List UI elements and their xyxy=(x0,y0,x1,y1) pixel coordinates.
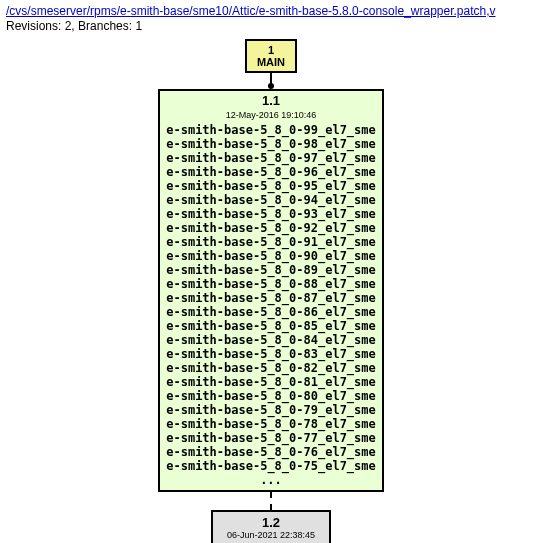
revision-tag: e-smith-base-5_8_0-89_el7_sme xyxy=(166,263,376,277)
revision-tag: e-smith-base-5_8_0-87_el7_sme xyxy=(166,291,376,305)
revision-tag: e-smith-base-5_8_0-90_el7_sme xyxy=(166,249,376,263)
file-path[interactable]: /cvs/smeserver/rpms/e-smith-base/sme10/A… xyxy=(6,4,536,18)
revision-tag: e-smith-base-5_8_0-80_el7_sme xyxy=(166,389,376,403)
revision-tag: e-smith-base-5_8_0-91_el7_sme xyxy=(166,235,376,249)
revision-tag: e-smith-base-5_8_0-78_el7_sme xyxy=(166,417,376,431)
revision-tag: e-smith-base-5_8_0-85_el7_sme xyxy=(166,319,376,333)
revision-tag: e-smith-base-5_8_0-75_el7_sme xyxy=(166,459,376,473)
revision-tag: e-smith-base-5_8_0-92_el7_sme xyxy=(166,221,376,235)
revision-tag: e-smith-base-5_8_0-77_el7_sme xyxy=(166,431,376,445)
revision-graph: 1 MAIN 1.1 12-May-2016 19:10:46 e-smith-… xyxy=(6,39,536,543)
revision-tag: e-smith-base-5_8_0-76_el7_sme xyxy=(166,445,376,459)
revision-date: 12-May-2016 19:10:46 xyxy=(166,108,376,122)
revision-date: 06-Jun-2021 22:38:45 xyxy=(227,530,315,540)
revision-tag: e-smith-base-5_8_0-81_el7_sme xyxy=(166,375,376,389)
revision-tag: e-smith-base-5_8_0-94_el7_sme xyxy=(166,193,376,207)
branch-label: MAIN xyxy=(257,56,285,68)
edge xyxy=(268,73,274,89)
revision-tag: e-smith-base-5_8_0-86_el7_sme xyxy=(166,305,376,319)
branch-node-main[interactable]: 1 MAIN xyxy=(245,39,297,73)
revision-tag: e-smith-base-5_8_0-83_el7_sme xyxy=(166,347,376,361)
revision-number: 1.1 xyxy=(166,94,376,108)
revision-tag: e-smith-base-5_8_0-84_el7_sme xyxy=(166,333,376,347)
revision-tag: e-smith-base-5_8_0-99_el7_sme xyxy=(166,123,376,137)
revision-tag: e-smith-base-5_8_0-98_el7_sme xyxy=(166,137,376,151)
branch-number: 1 xyxy=(257,44,285,56)
revision-node-1.2[interactable]: 1.2 06-Jun-2021 22:38:45 HEAD xyxy=(211,510,331,543)
revision-tag: e-smith-base-5_8_0-93_el7_sme xyxy=(166,207,376,221)
revision-tag: e-smith-base-5_8_0-97_el7_sme xyxy=(166,151,376,165)
revision-tag: e-smith-base-5_8_0-95_el7_sme xyxy=(166,179,376,193)
revision-tag: e-smith-base-5_8_0-88_el7_sme xyxy=(166,277,376,291)
revision-tag: e-smith-base-5_8_0-79_el7_sme xyxy=(166,403,376,417)
revision-tag: e-smith-base-5_8_0-96_el7_sme xyxy=(166,165,376,179)
revision-number: 1.2 xyxy=(227,515,315,530)
dashed-edge xyxy=(270,492,272,510)
revision-node-1.1[interactable]: 1.1 12-May-2016 19:10:46 e-smith-base-5_… xyxy=(158,89,384,492)
revision-summary: Revisions: 2, Branches: 1 xyxy=(6,19,536,33)
revision-tag: e-smith-base-5_8_0-82_el7_sme xyxy=(166,361,376,375)
tags-ellipsis: ... xyxy=(166,473,376,487)
